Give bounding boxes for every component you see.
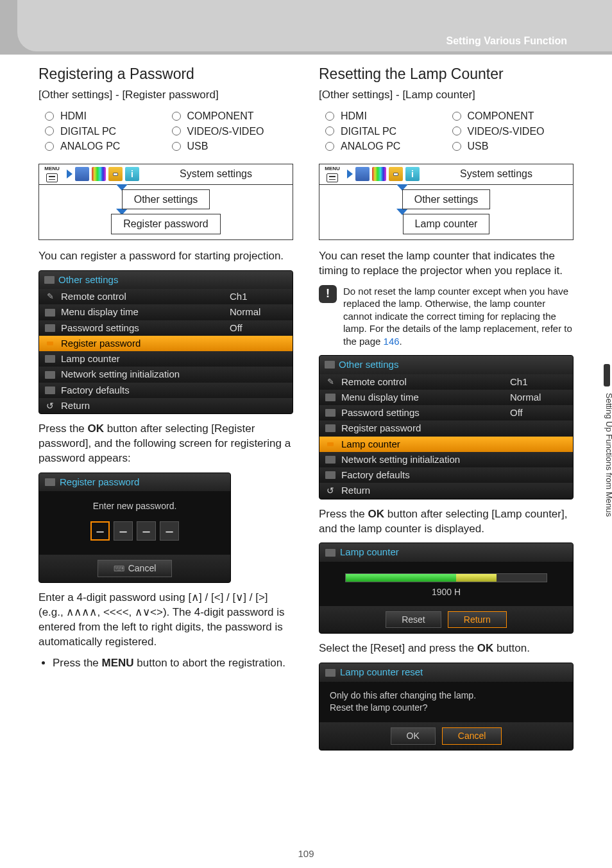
osd-lamp-counter-dialog: Lamp counter 1900 H Reset Return [319,542,574,634]
password-digit-4[interactable]: – [160,521,179,541]
abort-instruction: Press the MENU button to abort the regis… [53,656,293,671]
radio-icon [325,112,334,121]
osd-row-remote[interactable]: Remote controlCh1 [319,374,573,390]
nav-top-label: System settings [139,167,293,181]
instruction-press-ok-right: Press the OK button after selecting [Lam… [319,507,574,537]
password-digit-3[interactable]: – [137,521,156,541]
header-breadcrumb: Setting Various Function [446,35,567,47]
nav-flow-right: MENU i System settings Other settings La… [319,164,574,240]
nav-flow-left: MENU i System settings Other settings Re… [38,164,293,240]
clock-icon [325,394,336,401]
osd-register-password-dialog: Register password Enter new password. – … [38,473,231,583]
return-button[interactable]: Return [448,611,507,629]
lamp-icon [325,442,336,446]
tab-icon-info: i [125,167,139,181]
key-icon [44,324,56,332]
input-analog-pc: ANALOG PC [45,139,167,153]
osd-row-factory-defaults[interactable]: Factory defaults [319,467,573,483]
key-icon [325,424,336,432]
nav-mid-label: Other settings [402,189,491,210]
osd-row-menu-time[interactable]: Menu display timeNormal [39,304,293,320]
osd-title: Lamp counter reset [319,663,573,681]
nav-bottom-label-right: Lamp counter [403,214,490,234]
caution-note: ! Do not reset the lamp counter except w… [319,285,574,348]
return-icon [325,485,336,497]
tab-icon-system [108,167,123,181]
cancel-button[interactable]: Cancel [98,560,173,577]
instruction-select-reset: Select the [Reset] and press the OK butt… [319,641,574,656]
tab-icons: i [75,167,139,181]
osd-row-menu-time[interactable]: Menu display timeNormal [319,390,573,405]
osd-row-factory-defaults[interactable]: Factory defaults [39,383,293,398]
left-column: Registering a Password [Other settings] … [38,64,293,842]
input-video-svideo: VIDEO/S-VIDEO [172,125,294,139]
pencil-icon [44,291,56,302]
input-source-list-left: HDMI COMPONENT DIGITAL PC VIDEO/S-VIDEO … [45,109,293,153]
caution-icon: ! [319,285,337,303]
input-hdmi: HDMI [325,109,447,123]
radio-icon [45,126,54,135]
radio-icon [45,112,54,121]
osd-title: Other settings [319,356,573,374]
osd-row-network-init[interactable]: Network setting initialization [319,452,573,467]
nav-bottom-label-left: Register password [111,214,221,234]
tab-icon-display [355,167,370,181]
menu-button-icon: MENU [319,166,345,182]
heading-register-password: Registering a Password [38,64,293,84]
tab-icon-display [75,167,89,181]
password-digit-1[interactable]: – [90,521,110,541]
osd-row-lamp-counter[interactable]: Lamp counter [39,351,293,367]
input-analog-pc: ANALOG PC [325,139,447,153]
tab-icon-image [372,167,386,181]
settings-icon [44,276,55,284]
intro-text-left: You can register a password for starting… [38,249,293,264]
osd-row-register-password[interactable]: Register password [319,421,573,436]
return-icon [44,400,56,412]
menu-path-right: [Other settings] - [Lamp counter] [319,88,574,103]
radio-icon [325,142,334,151]
osd-row-return[interactable]: Return [39,398,293,413]
tab-icons: i [355,167,420,181]
osd-title: Other settings [39,271,293,289]
page-number: 109 [0,848,612,859]
osd-row-lamp-counter[interactable]: Lamp counter [319,437,573,452]
password-entry-instructions: Enter a 4-digit password using [∧] / [<]… [38,591,293,650]
osd-row-password-settings[interactable]: Password settingsOff [319,405,573,421]
password-input-boxes[interactable]: – – – – [90,521,179,541]
input-component: COMPONENT [452,109,574,123]
input-source-list-right: HDMI COMPONENT DIGITAL PC VIDEO/S-VIDEO … [325,109,574,153]
radio-icon [325,126,334,135]
nav-mid-label: Other settings [122,189,210,210]
lamp-hours-bar [345,573,547,582]
clock-icon [44,309,56,317]
arrow-right-icon [67,169,72,178]
pencil-icon [325,376,336,388]
menu-button-icon: MENU [39,166,65,182]
input-usb: USB [172,139,294,153]
side-tab-label: Setting Up Functions from Menus [604,393,612,517]
input-usb: USB [452,139,574,153]
key-icon [44,342,56,345]
osd-row-network-init[interactable]: Network setting initialization [39,367,293,382]
input-video-svideo: VIDEO/S-VIDEO [452,125,574,139]
osd-row-return[interactable]: Return [319,483,573,498]
osd-lamp-reset-dialog: Lamp counter reset Only do this after ch… [319,663,574,750]
factory-icon [44,386,56,394]
reset-confirm-line2: Reset the lamp counter? [330,702,563,715]
arrow-right-icon [347,169,353,178]
page-link-146[interactable]: 146 [384,336,400,347]
ok-button[interactable]: OK [391,727,436,745]
password-digit-2[interactable]: – [114,521,133,541]
reset-button[interactable]: Reset [386,611,441,629]
cancel-button[interactable]: Cancel [442,727,502,745]
radio-icon [452,112,461,121]
osd-other-settings-left: Other settings Remote controlCh1 Menu di… [38,270,293,414]
osd-row-password-settings[interactable]: Password settingsOff [39,320,293,336]
tab-icon-info: i [405,167,420,181]
input-component: COMPONENT [172,109,294,123]
lamp-icon [325,669,336,677]
input-hdmi: HDMI [45,109,167,123]
radio-icon [172,112,181,121]
osd-row-remote[interactable]: Remote controlCh1 [39,289,293,304]
osd-row-register-password[interactable]: Register password [39,336,293,351]
